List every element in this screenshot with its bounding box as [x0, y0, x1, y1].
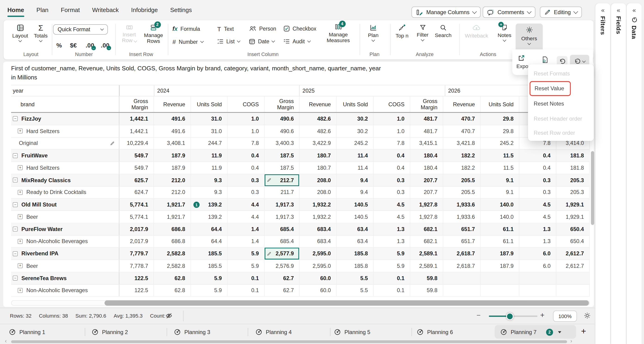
- row-header-serenetea-brews[interactable]: −SereneTea Brews: [11, 272, 119, 284]
- data-cell[interactable]: 549.7: [119, 162, 154, 174]
- data-cell[interactable]: 11.5: [481, 149, 519, 161]
- data-cell[interactable]: [443, 272, 481, 284]
- data-cell[interactable]: 0.3: [228, 186, 264, 198]
- data-cell[interactable]: 211.7: [264, 186, 300, 198]
- data-cell[interactable]: 207.7: [410, 174, 443, 186]
- data-cell[interactable]: 1.3: [374, 223, 410, 235]
- collapse-row-icon[interactable]: −: [13, 202, 18, 207]
- data-cell[interactable]: 245.2: [337, 137, 374, 149]
- data-cell[interactable]: 205.3: [556, 186, 590, 198]
- manage-rows-button[interactable]: 2 ManageRows: [142, 24, 165, 44]
- row-header-beer[interactable]: +Beer: [11, 211, 119, 223]
- data-cell[interactable]: 140.5: [337, 199, 374, 210]
- currency-format-button[interactable]: $€: [70, 42, 77, 49]
- list-column-button[interactable]: List: [217, 38, 240, 45]
- expand-row-icon[interactable]: +: [18, 165, 23, 170]
- menu-tab-format[interactable]: Format: [61, 7, 80, 13]
- data-cell[interactable]: 187.5: [264, 162, 300, 174]
- sheet-tab-planning-6[interactable]: Planning 6: [417, 326, 453, 338]
- column-header-units-sold[interactable]: Units Sold: [191, 96, 228, 112]
- data-cell[interactable]: 180.7: [300, 149, 337, 161]
- number-column-button[interactable]: # Number: [172, 38, 203, 45]
- decrease-decimal-button[interactable]: .00←: [86, 42, 94, 49]
- data-cell[interactable]: 0.4: [374, 162, 410, 174]
- grid-settings-gear-icon[interactable]: [584, 312, 591, 319]
- column-header-units-sold[interactable]: Units Sold: [481, 96, 519, 112]
- data-cell[interactable]: 180.7: [300, 162, 337, 174]
- data-cell[interactable]: 59.8: [410, 284, 443, 296]
- table-row[interactable]: +Non-Alcoholic Beverages122.562.85.90.16…: [11, 284, 590, 297]
- data-cell[interactable]: 30.2: [337, 113, 374, 125]
- data-cell[interactable]: 1,921.7: [154, 211, 191, 223]
- column-header-gross-margin[interactable]: Gross Margin: [410, 96, 443, 112]
- data-cell[interactable]: 11.4: [337, 149, 374, 161]
- data-cell[interactable]: 2,582.8: [154, 248, 191, 260]
- data-cell[interactable]: 481.7: [410, 125, 443, 137]
- data-cell[interactable]: 11.4: [337, 162, 374, 174]
- table-row[interactable]: −SereneTea Brews122.562.85.90.162.760.05…: [11, 272, 590, 284]
- data-cell[interactable]: 9.1: [481, 174, 519, 186]
- data-cell[interactable]: 7,779.7: [119, 248, 154, 260]
- data-cell[interactable]: 686.8: [154, 223, 191, 235]
- data-cell[interactable]: 245.2: [481, 137, 519, 149]
- data-cell[interactable]: 624.7: [119, 186, 154, 198]
- data-cell[interactable]: 187.9: [154, 149, 191, 161]
- data-cell[interactable]: 683.4: [300, 223, 337, 235]
- data-cell[interactable]: 9.4: [337, 186, 374, 198]
- editing-mode-button[interactable]: Editing: [540, 7, 582, 18]
- data-cell[interactable]: 0.1: [228, 284, 264, 296]
- data-cell[interactable]: 2,017.9: [119, 223, 154, 235]
- document-search-icon[interactable]: [542, 56, 548, 63]
- data-cell[interactable]: 244.7: [191, 137, 228, 149]
- year-group-header-2024[interactable]: 2024: [154, 85, 299, 96]
- data-cell[interactable]: 1.0: [374, 113, 410, 125]
- data-cell[interactable]: 1,933.6: [443, 211, 481, 223]
- side-panel-filters[interactable]: «Filters: [596, 3, 610, 344]
- row-header-hard-seltzers[interactable]: +Hard Seltzers: [11, 162, 119, 174]
- side-panel-fields[interactable]: «Fields: [611, 3, 626, 344]
- data-cell[interactable]: 3,400.3: [264, 137, 300, 149]
- data-cell[interactable]: 205.3: [556, 174, 590, 186]
- date-column-button[interactable]: Date: [249, 38, 275, 45]
- column-header-cogs[interactable]: COGS: [374, 96, 410, 112]
- row-header-fizzjoy[interactable]: −FizzJoy: [11, 113, 119, 125]
- data-cell[interactable]: 0.3: [519, 186, 556, 198]
- data-cell[interactable]: 205.5: [443, 186, 481, 198]
- data-cell[interactable]: 1.3: [519, 223, 556, 235]
- data-cell[interactable]: 187.9: [481, 260, 519, 272]
- table-row[interactable]: Original10,229.43,408.1244.77.83,400.33,…: [11, 137, 590, 149]
- table-row[interactable]: −PureFlow Water2,017.9686.864.41.4685.46…: [11, 223, 590, 235]
- data-cell[interactable]: 9.3: [191, 186, 228, 198]
- data-cell[interactable]: 651.7: [443, 223, 481, 235]
- person-column-button[interactable]: Person: [249, 26, 276, 32]
- filter-button[interactable]: Filter: [414, 24, 432, 41]
- expand-row-icon[interactable]: +: [18, 128, 23, 133]
- data-cell[interactable]: 180.4: [410, 149, 443, 161]
- expand-row-icon[interactable]: +: [18, 239, 23, 244]
- table-row[interactable]: −FruitWave549.7187.911.90.4187.5180.711.…: [11, 149, 590, 162]
- data-cell[interactable]: 0.3: [374, 186, 410, 198]
- increase-decimal-button[interactable]: .00→: [101, 42, 110, 49]
- data-cell[interactable]: 140.0: [481, 199, 519, 210]
- data-cell[interactable]: 185.5: [191, 260, 228, 272]
- table-row[interactable]: −Riverbend IPA7,779.72,582.8185.55.92,57…: [11, 248, 590, 260]
- data-cell[interactable]: 2,618.7: [443, 248, 481, 260]
- data-cell[interactable]: 30.2: [337, 125, 374, 137]
- data-cell[interactable]: 62.7: [264, 272, 300, 284]
- data-cell[interactable]: 5,774.1: [119, 211, 154, 223]
- data-cell[interactable]: 140.0: [481, 211, 519, 223]
- totals-button[interactable]: Σ Totals: [31, 24, 50, 42]
- data-cell[interactable]: [519, 272, 556, 284]
- data-cell[interactable]: 0.1: [228, 272, 264, 284]
- data-cell[interactable]: 10,229.4: [119, 137, 154, 149]
- data-cell[interactable]: 64.4: [191, 223, 228, 235]
- data-cell[interactable]: 482.6: [300, 113, 337, 125]
- data-cell[interactable]: 625.7: [119, 174, 154, 186]
- expand-panel-chevron-icon[interactable]: «: [617, 7, 620, 13]
- data-cell[interactable]: 4.4: [228, 211, 264, 223]
- expand-panel-chevron-icon[interactable]: «: [632, 7, 636, 13]
- row-header-pureflow-water[interactable]: −PureFlow Water: [11, 223, 119, 235]
- expand-panel-chevron-icon[interactable]: «: [601, 7, 605, 13]
- data-cell[interactable]: 0.3: [374, 174, 410, 186]
- column-header-gross-margin[interactable]: Gross Margin: [264, 96, 300, 112]
